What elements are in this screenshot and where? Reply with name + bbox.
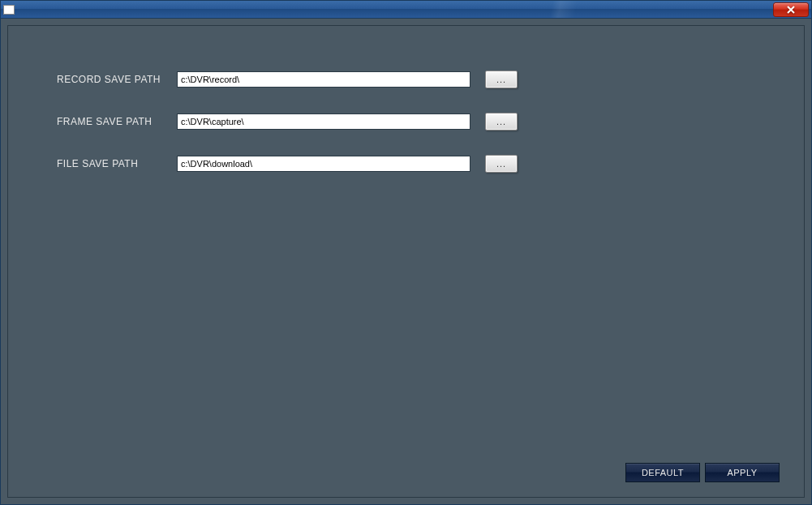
record-path-browse-button[interactable]: ...: [485, 71, 518, 88]
titlebar[interactable]: [1, 1, 811, 19]
content-area: RECORD SAVE PATH ... FRAME SAVE PATH ...…: [1, 19, 811, 504]
frame-path-browse-button[interactable]: ...: [485, 113, 518, 131]
settings-window: RECORD SAVE PATH ... FRAME SAVE PATH ...…: [0, 0, 812, 505]
file-path-browse-button[interactable]: ...: [485, 155, 518, 173]
close-button[interactable]: [773, 2, 809, 17]
close-icon: [786, 6, 796, 14]
record-path-row: RECORD SAVE PATH ...: [57, 71, 804, 88]
default-button[interactable]: DEFAULT: [625, 463, 700, 482]
apply-button[interactable]: APPLY: [705, 463, 780, 482]
frame-path-label: FRAME SAVE PATH: [57, 116, 177, 127]
file-path-label: FILE SAVE PATH: [57, 158, 177, 169]
frame-path-row: FRAME SAVE PATH ...: [57, 113, 804, 131]
record-path-input[interactable]: [177, 71, 470, 88]
window-icon: [3, 5, 15, 15]
settings-panel: RECORD SAVE PATH ... FRAME SAVE PATH ...…: [7, 25, 805, 498]
file-path-input[interactable]: [177, 156, 470, 172]
action-bar: DEFAULT APPLY: [625, 463, 780, 482]
file-path-row: FILE SAVE PATH ...: [57, 155, 804, 173]
record-path-label: RECORD SAVE PATH: [57, 74, 177, 85]
frame-path-input[interactable]: [177, 113, 470, 130]
